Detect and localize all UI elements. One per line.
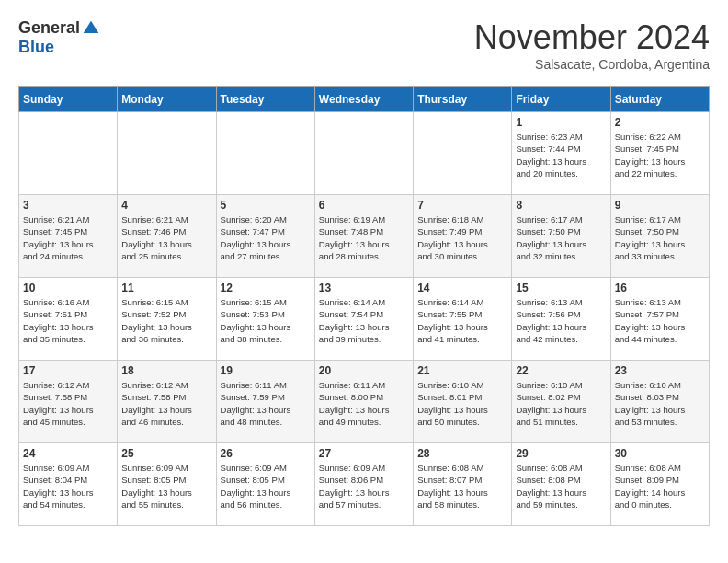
calendar-cell: 26Sunrise: 6:09 AM Sunset: 8:05 PM Dayli…	[216, 443, 314, 526]
calendar-cell: 25Sunrise: 6:09 AM Sunset: 8:05 PM Dayli…	[118, 443, 216, 526]
day-info: Sunrise: 6:18 AM Sunset: 7:49 PM Dayligh…	[417, 213, 507, 262]
calendar-cell: 5Sunrise: 6:20 AM Sunset: 7:47 PM Daylig…	[216, 195, 314, 278]
day-info: Sunrise: 6:08 AM Sunset: 8:07 PM Dayligh…	[417, 462, 507, 511]
day-number: 3	[23, 199, 113, 212]
day-number: 17	[23, 364, 113, 377]
day-number: 14	[417, 282, 507, 294]
calendar-week-4: 17Sunrise: 6:12 AM Sunset: 7:58 PM Dayli…	[19, 361, 710, 443]
day-info: Sunrise: 6:10 AM Sunset: 8:01 PM Dayligh…	[417, 379, 507, 428]
calendar-cell: 19Sunrise: 6:11 AM Sunset: 7:59 PM Dayli…	[216, 361, 314, 443]
day-number: 27	[319, 447, 409, 460]
day-info: Sunrise: 6:10 AM Sunset: 8:03 PM Dayligh…	[615, 379, 705, 428]
calendar-cell: 17Sunrise: 6:12 AM Sunset: 7:58 PM Dayli…	[19, 361, 118, 443]
day-number: 15	[516, 282, 606, 294]
day-info: Sunrise: 6:16 AM Sunset: 7:51 PM Dayligh…	[23, 296, 113, 345]
day-number: 21	[417, 364, 507, 377]
calendar-header-wednesday: Wednesday	[314, 87, 413, 112]
calendar-cell	[19, 112, 118, 195]
calendar-cell: 9Sunrise: 6:17 AM Sunset: 7:50 PM Daylig…	[610, 195, 709, 278]
title-block: November 2024 Salsacate, Cordoba, Argent…	[474, 18, 710, 72]
day-number: 30	[615, 447, 705, 460]
calendar-week-2: 3Sunrise: 6:21 AM Sunset: 7:45 PM Daylig…	[19, 195, 710, 278]
calendar-cell: 14Sunrise: 6:14 AM Sunset: 7:55 PM Dayli…	[414, 278, 512, 361]
day-number: 11	[121, 282, 211, 294]
calendar-cell: 29Sunrise: 6:08 AM Sunset: 8:08 PM Dayli…	[512, 443, 610, 526]
calendar-cell: 22Sunrise: 6:10 AM Sunset: 8:02 PM Dayli…	[512, 361, 610, 443]
calendar-cell: 12Sunrise: 6:15 AM Sunset: 7:53 PM Dayli…	[216, 278, 314, 361]
day-number: 16	[615, 282, 705, 294]
calendar-header-saturday: Saturday	[610, 87, 709, 112]
day-info: Sunrise: 6:15 AM Sunset: 7:53 PM Dayligh…	[221, 296, 311, 345]
logo-icon	[82, 19, 100, 38]
calendar-cell: 15Sunrise: 6:13 AM Sunset: 7:56 PM Dayli…	[512, 278, 610, 361]
day-info: Sunrise: 6:08 AM Sunset: 8:08 PM Dayligh…	[516, 462, 606, 511]
calendar-cell: 7Sunrise: 6:18 AM Sunset: 7:49 PM Daylig…	[414, 195, 512, 278]
day-number: 8	[516, 199, 606, 212]
calendar-week-3: 10Sunrise: 6:16 AM Sunset: 7:51 PM Dayli…	[19, 278, 710, 361]
day-number: 12	[221, 282, 311, 294]
calendar-table: SundayMondayTuesdayWednesdayThursdayFrid…	[18, 86, 710, 526]
calendar-cell: 2Sunrise: 6:22 AM Sunset: 7:45 PM Daylig…	[610, 112, 709, 195]
day-number: 22	[516, 364, 606, 377]
calendar-cell	[118, 112, 216, 195]
calendar-cell	[414, 112, 512, 195]
month-title: November 2024	[474, 18, 710, 57]
day-info: Sunrise: 6:20 AM Sunset: 7:47 PM Dayligh…	[221, 213, 311, 262]
calendar-cell: 11Sunrise: 6:15 AM Sunset: 7:52 PM Dayli…	[118, 278, 216, 361]
day-number: 9	[615, 199, 705, 212]
calendar-cell: 10Sunrise: 6:16 AM Sunset: 7:51 PM Dayli…	[19, 278, 118, 361]
calendar-header-monday: Monday	[118, 87, 216, 112]
day-info: Sunrise: 6:12 AM Sunset: 7:58 PM Dayligh…	[121, 379, 211, 428]
calendar-cell: 16Sunrise: 6:13 AM Sunset: 7:57 PM Dayli…	[610, 278, 709, 361]
calendar-cell: 23Sunrise: 6:10 AM Sunset: 8:03 PM Dayli…	[610, 361, 709, 443]
day-info: Sunrise: 6:22 AM Sunset: 7:45 PM Dayligh…	[615, 131, 705, 179]
day-number: 4	[121, 199, 211, 212]
calendar-header-tuesday: Tuesday	[216, 87, 314, 112]
svg-marker-0	[84, 20, 99, 32]
day-number: 7	[417, 199, 507, 212]
calendar-header-friday: Friday	[512, 87, 610, 112]
page-header: General Blue November 2024 Salsacate, Co…	[18, 18, 710, 72]
day-info: Sunrise: 6:08 AM Sunset: 8:09 PM Dayligh…	[615, 462, 705, 511]
calendar-cell: 1Sunrise: 6:23 AM Sunset: 7:44 PM Daylig…	[512, 112, 610, 195]
day-info: Sunrise: 6:11 AM Sunset: 7:59 PM Dayligh…	[221, 379, 311, 428]
day-info: Sunrise: 6:11 AM Sunset: 8:00 PM Dayligh…	[319, 379, 409, 428]
calendar-cell: 13Sunrise: 6:14 AM Sunset: 7:54 PM Dayli…	[314, 278, 413, 361]
day-number: 20	[319, 364, 409, 377]
logo-blue-text: Blue	[18, 38, 54, 57]
day-info: Sunrise: 6:09 AM Sunset: 8:04 PM Dayligh…	[23, 462, 113, 511]
day-info: Sunrise: 6:15 AM Sunset: 7:52 PM Dayligh…	[121, 296, 211, 345]
day-number: 29	[516, 447, 606, 460]
day-info: Sunrise: 6:12 AM Sunset: 7:58 PM Dayligh…	[23, 379, 113, 428]
day-number: 24	[23, 447, 113, 460]
calendar-cell: 4Sunrise: 6:21 AM Sunset: 7:46 PM Daylig…	[118, 195, 216, 278]
calendar-cell: 3Sunrise: 6:21 AM Sunset: 7:45 PM Daylig…	[19, 195, 118, 278]
day-number: 26	[221, 447, 311, 460]
calendar-cell: 18Sunrise: 6:12 AM Sunset: 7:58 PM Dayli…	[118, 361, 216, 443]
day-info: Sunrise: 6:13 AM Sunset: 7:57 PM Dayligh…	[615, 296, 705, 345]
day-number: 2	[615, 116, 705, 129]
day-info: Sunrise: 6:13 AM Sunset: 7:56 PM Dayligh…	[516, 296, 606, 345]
day-number: 10	[23, 282, 113, 294]
day-info: Sunrise: 6:23 AM Sunset: 7:44 PM Dayligh…	[516, 131, 606, 179]
calendar-cell	[314, 112, 413, 195]
day-info: Sunrise: 6:14 AM Sunset: 7:55 PM Dayligh…	[417, 296, 507, 345]
day-info: Sunrise: 6:09 AM Sunset: 8:05 PM Dayligh…	[121, 462, 211, 511]
calendar-header-sunday: Sunday	[19, 87, 118, 112]
calendar-cell: 24Sunrise: 6:09 AM Sunset: 8:04 PM Dayli…	[19, 443, 118, 526]
logo: General Blue	[18, 18, 100, 57]
day-number: 13	[319, 282, 409, 294]
day-number: 5	[221, 199, 311, 212]
day-number: 19	[221, 364, 311, 377]
day-info: Sunrise: 6:21 AM Sunset: 7:46 PM Dayligh…	[121, 213, 211, 262]
location-subtitle: Salsacate, Cordoba, Argentina	[474, 57, 710, 72]
day-number: 28	[417, 447, 507, 460]
day-info: Sunrise: 6:17 AM Sunset: 7:50 PM Dayligh…	[516, 213, 606, 262]
calendar-cell	[216, 112, 314, 195]
calendar-cell: 20Sunrise: 6:11 AM Sunset: 8:00 PM Dayli…	[314, 361, 413, 443]
calendar-header-row: SundayMondayTuesdayWednesdayThursdayFrid…	[19, 87, 710, 112]
day-number: 18	[121, 364, 211, 377]
day-info: Sunrise: 6:10 AM Sunset: 8:02 PM Dayligh…	[516, 379, 606, 428]
calendar-week-5: 24Sunrise: 6:09 AM Sunset: 8:04 PM Dayli…	[19, 443, 710, 526]
day-info: Sunrise: 6:17 AM Sunset: 7:50 PM Dayligh…	[615, 213, 705, 262]
